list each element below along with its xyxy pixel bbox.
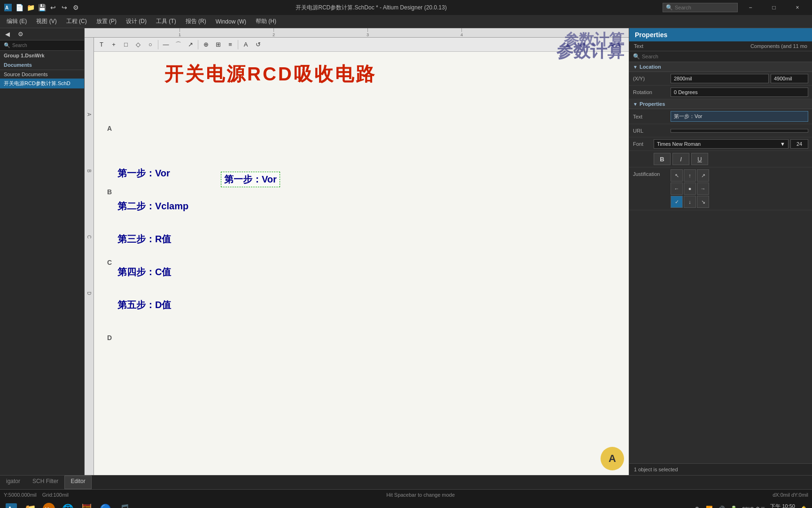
just-bot-center[interactable]: ↓ xyxy=(684,196,696,208)
title-bar: A 📄 📁 💾 ↩ ↪ ⚙ 开关电源RCD参数计算.SchDoc * - Alt… xyxy=(0,0,812,15)
xy-label: (X/Y) xyxy=(633,76,671,81)
properties-panel: Properties Text Components (and 11 mo 🔍 … xyxy=(629,28,812,475)
url-prop-input[interactable] xyxy=(671,129,808,133)
menu-help[interactable]: 帮助 (H) xyxy=(251,16,281,27)
sidebar-source-docs[interactable]: Source Documents xyxy=(0,70,84,79)
taskbar-network-icon[interactable]: 📶 xyxy=(704,504,714,508)
taskbar-file-manager[interactable]: 📁 xyxy=(23,501,38,508)
save-icon[interactable]: 💾 xyxy=(38,3,46,12)
canvas-top-title: 参数计算 xyxy=(564,28,629,52)
sys-tray-icons: ⚙ 📶 🔊 🔋 xyxy=(692,504,738,508)
draw-cross-btn[interactable]: ⊕ xyxy=(200,39,211,50)
draw-arc-btn[interactable]: ⌒ xyxy=(172,39,184,50)
corner-avatar[interactable]: A xyxy=(601,447,624,470)
minimize-button[interactable]: − xyxy=(740,0,761,15)
taskbar-altium-icon[interactable]: u xyxy=(41,501,56,508)
x-value-input[interactable]: 2800mil xyxy=(671,74,769,83)
app-icon: A xyxy=(4,3,12,12)
taskbar-sound-icon[interactable]: 🔊 xyxy=(717,504,726,508)
sidebar-tool-1[interactable]: ◀ xyxy=(2,29,13,40)
sidebar-tool-2[interactable]: ⚙ xyxy=(15,29,26,40)
font-size-input[interactable]: 24 xyxy=(790,139,808,149)
step3-label: 第三步：R值 xyxy=(117,233,171,246)
font-select-dropdown[interactable]: Times New Roman ▼ xyxy=(654,139,789,149)
properties-section-header[interactable]: ▼ Properties xyxy=(629,99,812,109)
menu-tools[interactable]: 工具 (T) xyxy=(151,16,181,27)
taskbar-chrome-icon[interactable]: 🔵 xyxy=(98,501,113,508)
menu-design[interactable]: 设计 (D) xyxy=(121,16,151,27)
drawing-toolbar: T + □ ◇ ○ — ⌒ ↗ ⊕ ⊞ ≡ A ↺ xyxy=(94,38,629,52)
properties-search-input[interactable] xyxy=(642,54,808,59)
draw-line-btn[interactable]: — xyxy=(160,39,172,50)
draw-pencil-btn[interactable]: + xyxy=(108,39,119,50)
draw-circle-btn[interactable]: ○ xyxy=(145,39,156,50)
menu-window[interactable]: Window (W) xyxy=(211,16,251,27)
row-label-b: B xyxy=(107,188,112,196)
schematic-canvas[interactable]: 1 2 3 4 A B C D T + □ ◇ ○ — ⌒ ↗ xyxy=(85,28,629,475)
just-mid-right[interactable]: → xyxy=(697,183,709,195)
file-icon[interactable]: 📄 xyxy=(15,3,23,12)
taskbar-time: 下午 10:50 xyxy=(769,503,795,508)
taskbar-calculator-icon[interactable]: 🧮 xyxy=(79,501,94,508)
taskbar-settings-icon[interactable]: ⚙ xyxy=(692,504,702,508)
step1-selected-label[interactable]: 第一步：Vor xyxy=(221,172,280,187)
location-section-label: Location xyxy=(640,64,661,70)
draw-diamond-btn[interactable]: ◇ xyxy=(133,39,144,50)
just-top-right[interactable]: ↗ xyxy=(697,169,709,182)
text-prop-input[interactable]: 第一步：Vor xyxy=(671,111,808,122)
justification-label: Justification xyxy=(633,169,671,177)
taskbar-app-icon[interactable]: 🎵 xyxy=(117,501,132,508)
properties-search-bar[interactable]: 🔍 xyxy=(629,51,812,62)
rotation-value-input[interactable]: 0 Degrees xyxy=(671,87,808,97)
window-title: 开关电源RCD参数计算.SchDoc * - Altium Designer (… xyxy=(80,4,663,12)
taskbar-battery-icon[interactable]: 🔋 xyxy=(729,504,738,508)
draw-text-btn[interactable]: T xyxy=(96,39,107,50)
draw-rotate-btn[interactable]: ↺ xyxy=(252,39,264,50)
bold-button[interactable]: B xyxy=(654,153,671,165)
location-section-header[interactable]: ▼ Location xyxy=(629,62,812,72)
svg-text:A: A xyxy=(8,505,12,508)
bottom-tab-bar: igator SCH Filter Editor xyxy=(0,475,812,489)
draw-font-btn[interactable]: A xyxy=(240,39,251,50)
just-bot-left[interactable]: ✓ xyxy=(671,196,683,208)
taskbar-browser-icon[interactable]: 🌐 xyxy=(60,501,75,508)
maximize-button[interactable]: □ xyxy=(763,0,785,15)
sidebar-search-input[interactable] xyxy=(12,43,69,48)
title-search-box[interactable]: 🔍 xyxy=(663,3,738,12)
italic-button[interactable]: I xyxy=(672,153,689,165)
menu-view[interactable]: 视图 (V) xyxy=(31,16,61,27)
undo-icon[interactable]: ↩ xyxy=(49,3,57,12)
title-search-input[interactable] xyxy=(675,5,731,10)
editor-tab[interactable]: Editor xyxy=(64,476,91,489)
underline-button[interactable]: U xyxy=(691,153,708,165)
selected-object-status: 1 object is selected xyxy=(629,463,812,475)
navigator-tab[interactable]: igator xyxy=(0,476,26,489)
settings-icon[interactable]: ⚙ xyxy=(71,3,80,12)
y-value-input[interactable]: 4900mil xyxy=(771,74,808,83)
status-dxdy: dX:0mil dY:0mil xyxy=(773,492,808,498)
menu-place[interactable]: 放置 (P) xyxy=(92,16,121,27)
menu-project[interactable]: 工程 (C) xyxy=(62,16,92,27)
taskbar-start-icon[interactable]: A xyxy=(4,501,19,508)
just-mid-left[interactable]: ← xyxy=(671,183,683,195)
redo-icon[interactable]: ↪ xyxy=(60,3,69,12)
menu-reports[interactable]: 报告 (R) xyxy=(181,16,211,27)
sidebar-active-doc[interactable]: 开关电源RCD参数计算.SchD xyxy=(0,79,84,88)
draw-para-btn[interactable]: ≡ xyxy=(225,39,236,50)
draw-arrow-btn[interactable]: ↗ xyxy=(185,39,196,50)
just-top-center[interactable]: ↑ xyxy=(684,169,696,182)
sch-filter-tab[interactable]: SCH Filter xyxy=(26,476,64,489)
draw-rect-btn[interactable]: □ xyxy=(120,39,132,50)
taskbar-temperature: 28°C 多云 xyxy=(742,506,765,508)
draw-grid-btn[interactable]: ⊞ xyxy=(212,39,224,50)
folder-icon[interactable]: 📁 xyxy=(26,3,35,12)
taskbar: A 📁 u 🌐 🧮 🔵 🎵 ⚙ 📶 🔊 🔋 28°C 多云 下午 10:50 2… xyxy=(0,500,812,508)
just-bot-right[interactable]: ↘ xyxy=(697,196,709,208)
menu-edit[interactable]: 编辑 (E) xyxy=(2,16,31,27)
url-property-row: URL xyxy=(629,124,812,137)
close-button[interactable]: × xyxy=(787,0,808,15)
taskbar-notification-icon[interactable]: 🔔 xyxy=(799,504,808,508)
just-top-left[interactable]: ↖ xyxy=(671,169,683,182)
taskbar-left: A 📁 u 🌐 🧮 🔵 🎵 xyxy=(4,501,132,508)
just-mid-center[interactable]: ● xyxy=(684,183,696,195)
